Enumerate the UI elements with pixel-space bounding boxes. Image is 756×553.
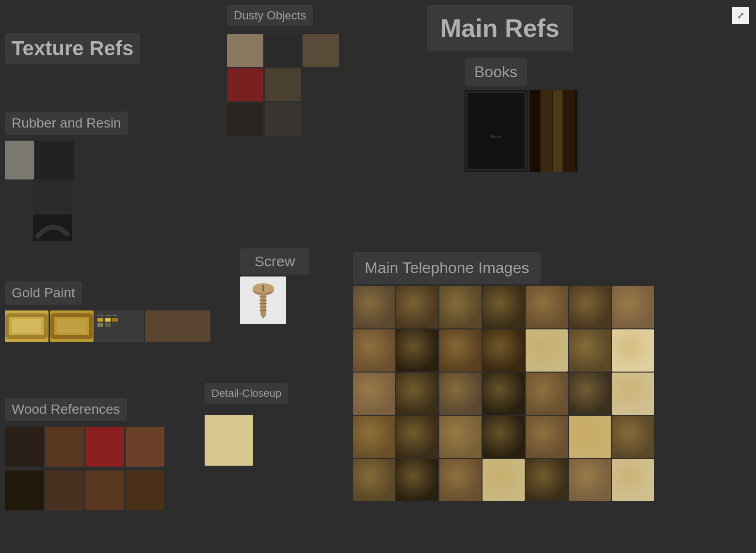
gold-image-4[interactable]: [145, 310, 210, 342]
gold-image-1[interactable]: [5, 310, 48, 342]
rubber-resin-images: [5, 141, 74, 181]
gold-image-3[interactable]: Color swatches: [95, 310, 144, 342]
rubber-image-1[interactable]: [5, 141, 34, 179]
tel-image-28[interactable]: [612, 416, 654, 458]
tel-image-14[interactable]: [612, 329, 654, 372]
tel-image-9[interactable]: [396, 329, 438, 372]
svg-text:Color swatches: Color swatches: [97, 314, 117, 317]
svg-rect-9: [97, 323, 103, 327]
svg-rect-27: [541, 90, 552, 172]
tel-image-24[interactable]: [439, 416, 482, 458]
tel-image-26[interactable]: [526, 416, 568, 458]
main-telephone-label: Main Telephone Images: [353, 252, 541, 284]
dusty-image-3[interactable]: [303, 34, 339, 67]
tel-image-25[interactable]: [483, 416, 525, 458]
wood-image-4[interactable]: [126, 427, 164, 467]
dusty-image-1[interactable]: [227, 34, 263, 67]
tel-image-13[interactable]: [569, 329, 611, 372]
expand-button[interactable]: ⤢: [732, 7, 749, 24]
rubber-resin-label: Rubber and Resin: [5, 112, 128, 135]
gold-paint-images: Color swatches: [5, 310, 210, 342]
svg-rect-21: [467, 92, 525, 170]
svg-rect-7: [105, 318, 111, 322]
svg-rect-8: [112, 318, 118, 322]
tel-image-19[interactable]: [526, 373, 568, 415]
tel-image-5[interactable]: [526, 286, 568, 328]
dusty-image-6[interactable]: [227, 103, 263, 136]
tel-image-31[interactable]: [439, 459, 482, 501]
detail-closeup-label: Detail-Closeup: [205, 383, 288, 404]
svg-rect-28: [553, 90, 563, 172]
svg-marker-20: [260, 315, 266, 319]
tel-image-2[interactable]: [396, 286, 438, 328]
detail-closeup-image[interactable]: [205, 415, 253, 466]
svg-rect-1: [12, 319, 41, 333]
rubber-image-5[interactable]: [33, 179, 72, 213]
tel-image-18[interactable]: [483, 373, 525, 415]
dusty-image-2[interactable]: [265, 34, 301, 67]
tel-image-17[interactable]: [439, 373, 482, 415]
tel-image-30[interactable]: [396, 459, 438, 501]
tel-image-23[interactable]: [396, 416, 438, 458]
tel-image-11[interactable]: [483, 329, 525, 372]
tel-image-15[interactable]: [353, 373, 395, 415]
tel-image-6[interactable]: [569, 286, 611, 328]
book-image-2[interactable]: [529, 90, 578, 172]
tel-image-35[interactable]: [612, 459, 654, 501]
wood-refs-label: Wood References: [5, 398, 127, 421]
tel-image-1[interactable]: [353, 286, 395, 328]
rubber-image-row2: [33, 179, 72, 241]
gold-image-2[interactable]: [50, 310, 94, 342]
wood-image-8[interactable]: [126, 471, 164, 510]
svg-text:Book: Book: [491, 134, 501, 139]
tel-image-12[interactable]: [526, 329, 568, 372]
tel-image-16[interactable]: [396, 373, 438, 415]
wood-image-5[interactable]: [5, 471, 44, 510]
dusty-objects-images: [227, 34, 339, 136]
gold-paint-label: Gold Paint: [5, 281, 82, 305]
tel-image-20[interactable]: [569, 373, 611, 415]
tel-image-8[interactable]: [353, 329, 395, 372]
wood-image-1[interactable]: [5, 427, 44, 467]
tel-image-10[interactable]: [439, 329, 482, 372]
dusty-image-4[interactable]: [227, 68, 263, 101]
books-label: Books: [465, 58, 527, 86]
svg-rect-10: [105, 323, 111, 327]
wood-image-3[interactable]: [85, 427, 124, 467]
rubber-image-6[interactable]: [33, 214, 72, 241]
svg-rect-29: [563, 90, 575, 172]
tel-image-3[interactable]: [439, 286, 482, 328]
tel-image-32[interactable]: [483, 459, 525, 501]
tel-image-21[interactable]: [612, 373, 654, 415]
main-telephone-images: [353, 286, 654, 501]
books-images: Book: [465, 90, 578, 172]
rubber-image-2[interactable]: [35, 141, 74, 179]
tel-image-4[interactable]: [483, 286, 525, 328]
dusty-image-5[interactable]: [265, 68, 301, 101]
svg-rect-6: [97, 318, 103, 322]
tel-image-27[interactable]: [569, 416, 611, 458]
wood-refs-images-row2: [5, 471, 164, 510]
svg-rect-26: [531, 90, 540, 172]
wood-image-6[interactable]: [45, 471, 84, 510]
wood-image-7[interactable]: [85, 471, 124, 510]
tel-image-22[interactable]: [353, 416, 395, 458]
texture-refs-label: Texture Refs: [5, 33, 140, 64]
wood-refs-images-row1: [5, 427, 164, 467]
svg-rect-3: [57, 319, 86, 333]
screw-image[interactable]: [240, 276, 286, 324]
dusty-image-7[interactable]: [265, 103, 301, 136]
tel-image-7[interactable]: [612, 286, 654, 328]
wood-image-2[interactable]: [45, 427, 84, 467]
main-refs-label: Main Refs: [427, 5, 573, 51]
tel-image-34[interactable]: [569, 459, 611, 501]
screw-label: Screw: [240, 248, 309, 275]
dusty-objects-label: Dusty Objects: [227, 5, 313, 26]
tel-image-29[interactable]: [353, 459, 395, 501]
tel-image-33[interactable]: [526, 459, 568, 501]
book-image-1[interactable]: Book: [465, 90, 528, 172]
